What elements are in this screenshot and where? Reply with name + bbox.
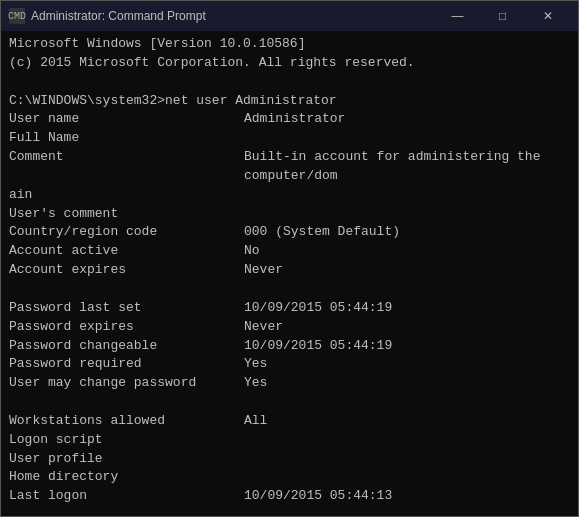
field-row-19: Last logon10/09/2015 05:44:13 [9,487,570,506]
blank-field-line-14 [9,393,570,412]
field-value-9: 10/09/2015 05:44:19 [244,299,392,318]
app-icon-text: CMD [8,11,26,22]
copyright-line: (c) 2015 Microsoft Corporation. All righ… [9,54,570,73]
field-label-7: Account expires [9,261,244,280]
field-row-15: Workstations allowedAll [9,412,570,431]
field-row-9: Password last set10/09/2015 05:44:19 [9,299,570,318]
field-value-0: Administrator [244,110,345,129]
field-value-12: Yes [244,355,267,374]
field-label-12: Password required [9,355,244,374]
maximize-button[interactable]: □ [480,1,525,31]
field-row-11: Password changeable10/09/2015 05:44:19 [9,337,570,356]
command-line: C:\WINDOWS\system32>net user Administrat… [9,92,570,111]
field-label-3: ain [9,186,244,205]
field-label-1: Full Name [9,129,244,148]
field-value-19: 10/09/2015 05:44:13 [244,487,392,506]
app-icon: CMD [9,8,25,24]
window-controls: — □ ✕ [435,1,570,31]
field-value-13: Yes [244,374,267,393]
field-label-4: User's comment [9,205,244,224]
field-value-15: All [244,412,267,431]
field-label-9: Password last set [9,299,244,318]
field-label-15: Workstations allowed [9,412,244,431]
close-button[interactable]: ✕ [525,1,570,31]
field-label-18: Home directory [9,468,244,487]
field-label-16: Logon script [9,431,244,450]
blank-field-line-8 [9,280,570,299]
titlebar: CMD Administrator: Command Prompt — □ ✕ [1,1,578,31]
field-label-10: Password expires [9,318,244,337]
blank-line-1 [9,73,570,92]
terminal-content: Microsoft Windows [Version 10.0.10586] (… [1,31,578,516]
field-row-16: Logon script [9,431,570,450]
field-value-6: No [244,242,260,261]
field-label-13: User may change password [9,374,244,393]
field-row-7: Account expiresNever [9,261,570,280]
field-row-5: Country/region code000 (System Default) [9,223,570,242]
field-value-7: Never [244,261,283,280]
field-row-17: User profile [9,450,570,469]
field-row-3: ain [9,186,570,205]
field-row-4: User's comment [9,205,570,224]
version-line: Microsoft Windows [Version 10.0.10586] [9,35,570,54]
field-row-2: CommentBuilt-in account for administerin… [9,148,570,186]
field-row-6: Account activeNo [9,242,570,261]
window: CMD Administrator: Command Prompt — □ ✕ … [0,0,579,517]
field-label-17: User profile [9,450,244,469]
blank-field-line-20 [9,506,570,516]
field-row-18: Home directory [9,468,570,487]
field-label-5: Country/region code [9,223,244,242]
window-title: Administrator: Command Prompt [31,9,435,23]
minimize-button[interactable]: — [435,1,480,31]
field-value-11: 10/09/2015 05:44:19 [244,337,392,356]
field-value-5: 000 (System Default) [244,223,400,242]
field-value-2: Built-in account for administering the c… [244,148,570,186]
fields-container: User nameAdministratorFull NameCommentBu… [9,110,570,516]
field-row-1: Full Name [9,129,570,148]
field-label-11: Password changeable [9,337,244,356]
field-row-12: Password requiredYes [9,355,570,374]
field-label-2: Comment [9,148,244,186]
field-row-10: Password expiresNever [9,318,570,337]
field-label-0: User name [9,110,244,129]
field-label-6: Account active [9,242,244,261]
field-label-19: Last logon [9,487,244,506]
field-row-13: User may change passwordYes [9,374,570,393]
field-value-10: Never [244,318,283,337]
field-row-0: User nameAdministrator [9,110,570,129]
